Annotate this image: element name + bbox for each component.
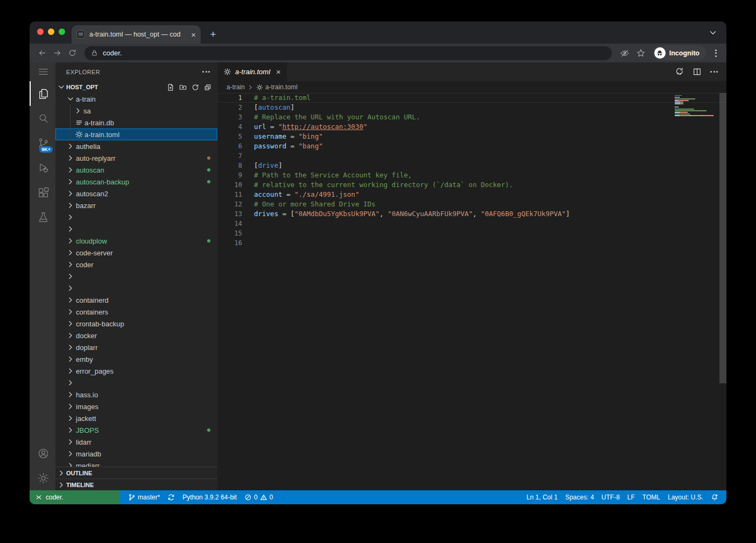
collapse-folders-button[interactable] [203, 83, 212, 91]
scrollbar-thumb[interactable] [719, 93, 726, 383]
tree-item-a-train-toml[interactable]: a-train.toml [55, 128, 217, 140]
editor-more-button[interactable] [710, 71, 718, 73]
tree-item-doplarr[interactable]: doplarr [55, 341, 217, 353]
status-sync[interactable] [164, 490, 179, 504]
code-line-5[interactable]: 5username = "bing" [217, 132, 726, 141]
tree-item-cloudplow[interactable]: cloudplow [55, 235, 217, 247]
outline-header[interactable]: OUTLINE [55, 467, 217, 478]
browser-menu-button[interactable] [710, 46, 721, 61]
new-folder-button[interactable] [179, 83, 187, 91]
code-line-8[interactable]: 8[drive] [217, 161, 726, 170]
status-encoding[interactable]: UTF-8 [598, 490, 624, 504]
open-changes-icon[interactable] [675, 67, 684, 76]
status-notifications[interactable] [707, 490, 722, 504]
tab-close-button[interactable]: × [191, 31, 196, 39]
activity-source-control[interactable]: 9K+ [30, 131, 55, 155]
reload-button[interactable] [65, 46, 79, 60]
status-git-branch[interactable]: master* [124, 490, 164, 504]
close-window-button[interactable] [37, 28, 44, 35]
code-line-16[interactable]: 16 [217, 238, 726, 248]
tree-item-bazarr[interactable]: bazarr [55, 199, 217, 211]
tree-item-a-train-db[interactable]: a-train.db [55, 117, 217, 128]
tree-item-jbops[interactable]: JBOPS [55, 424, 217, 436]
tree-item-auto-replyarr[interactable]: auto-replyarr [55, 152, 217, 164]
tree-item-error-pages[interactable]: error_pages [55, 365, 217, 377]
tree-item-docker[interactable]: docker [55, 330, 217, 341]
code-line-10[interactable]: 10# relative to the current working dire… [217, 180, 726, 190]
remote-indicator[interactable]: coder. [30, 490, 120, 504]
tree-item-blank[interactable] [55, 282, 217, 294]
minimize-window-button[interactable] [48, 28, 54, 35]
menu-button[interactable] [30, 62, 55, 81]
status-language-mode[interactable]: TOML [639, 490, 664, 504]
workspace-header[interactable]: HOST_OPT [55, 81, 217, 93]
tree-item-code-server[interactable]: code-server [55, 247, 217, 259]
code-line-7[interactable]: 7 [217, 151, 726, 161]
browser-tab[interactable]: a-train.toml — host_opt — cod × [72, 25, 201, 44]
refresh-button[interactable] [191, 83, 200, 91]
tree-item-sa[interactable]: sa [55, 105, 217, 117]
minimap[interactable] [675, 95, 718, 122]
activity-explorer[interactable] [30, 81, 55, 106]
tree-item-crontab-backup[interactable]: crontab-backup [55, 318, 217, 330]
tree-item-a-train[interactable]: a-train [55, 93, 217, 105]
code-line-1[interactable]: 1# a-train.toml [217, 93, 726, 103]
status-keyboard-layout[interactable]: Layout: U.S. [664, 490, 707, 504]
status-indentation[interactable]: Spaces: 4 [561, 490, 597, 504]
code-area[interactable]: 1# a-train.toml2[autoscan]3# Replace the… [217, 93, 726, 490]
tracking-protection-eye-icon[interactable] [617, 46, 632, 61]
tree-item-lidarr[interactable]: lidarr [55, 436, 217, 448]
tab-search-chevron-icon[interactable] [708, 28, 718, 38]
status-problems[interactable]: 00 [241, 490, 277, 504]
breadcrumb-file[interactable]: a-train.toml [265, 83, 298, 91]
editor-tab-close-button[interactable]: × [276, 67, 281, 76]
activity-extensions[interactable] [30, 180, 55, 205]
status-python-version[interactable]: Python 3.9.2 64-bit [179, 490, 241, 504]
code-line-2[interactable]: 2[autoscan] [217, 103, 726, 112]
tree-item-authelia[interactable]: authelia [55, 140, 217, 152]
tree-item-hass-io[interactable]: hass.io [55, 389, 217, 401]
tree-item-blank[interactable] [55, 270, 217, 282]
code-line-13[interactable]: 13drives = ["0AMdbDu5YgKbsUk9PVA", "0AN6… [217, 209, 726, 219]
tree-item-containers[interactable]: containers [55, 306, 217, 318]
forward-button[interactable] [50, 46, 64, 60]
breadcrumb-folder[interactable]: a-train [227, 83, 245, 91]
code-line-9[interactable]: 9# Path to the Service Account key file, [217, 170, 726, 180]
tree-item-jackett[interactable]: jackett [55, 412, 217, 424]
code-line-11[interactable]: 11account = "./sa/4991.json" [217, 190, 726, 199]
tree-item-blank[interactable] [55, 377, 217, 389]
new-file-button[interactable] [166, 83, 175, 91]
tree-item-containerd[interactable]: containerd [55, 294, 217, 306]
split-editor-button[interactable] [693, 67, 702, 76]
code-line-15[interactable]: 15 [217, 228, 726, 238]
zoom-window-button[interactable] [59, 28, 65, 35]
code-line-14[interactable]: 14 [217, 219, 726, 228]
activity-testing[interactable] [30, 205, 55, 230]
status-eol[interactable]: LF [624, 490, 639, 504]
tree-item-blank[interactable] [55, 211, 217, 223]
address-bar[interactable]: coder. [84, 46, 612, 60]
status-cursor-position[interactable]: Ln 1, Col 1 [522, 490, 561, 504]
tree-item-autoscan[interactable]: autoscan [55, 164, 217, 176]
tree-item-emby[interactable]: emby [55, 353, 217, 365]
code-line-4[interactable]: 4url = "http://autoscan:3030" [217, 122, 726, 132]
tree-item-autoscan2[interactable]: autoscan2 [55, 188, 217, 199]
new-tab-button[interactable]: + [206, 27, 220, 41]
code-line-6[interactable]: 6password = "bang" [217, 141, 726, 151]
tree-item-blank[interactable] [55, 223, 217, 235]
settings-button[interactable] [30, 466, 55, 490]
tree-item-mediarr[interactable]: mediarr [55, 460, 217, 467]
tree-item-images[interactable]: images [55, 401, 217, 412]
editor-tab[interactable]: a-train.toml × [217, 62, 287, 81]
code-line-3[interactable]: 3# Replace the URL with your Autoscan UR… [217, 112, 726, 122]
back-button[interactable] [35, 46, 49, 60]
account-button[interactable] [30, 441, 55, 466]
timeline-header[interactable]: TIMELINE [55, 478, 217, 490]
tree-item-mariadb[interactable]: mariadb [55, 448, 217, 460]
explorer-more-button[interactable] [202, 71, 210, 73]
bookmark-star-button[interactable] [633, 46, 648, 61]
tree-item-coder[interactable]: coder [55, 259, 217, 270]
activity-run-debug[interactable] [30, 155, 55, 180]
activity-search[interactable] [30, 106, 55, 131]
code-line-12[interactable]: 12# One or more Shared Drive IDs [217, 199, 726, 209]
